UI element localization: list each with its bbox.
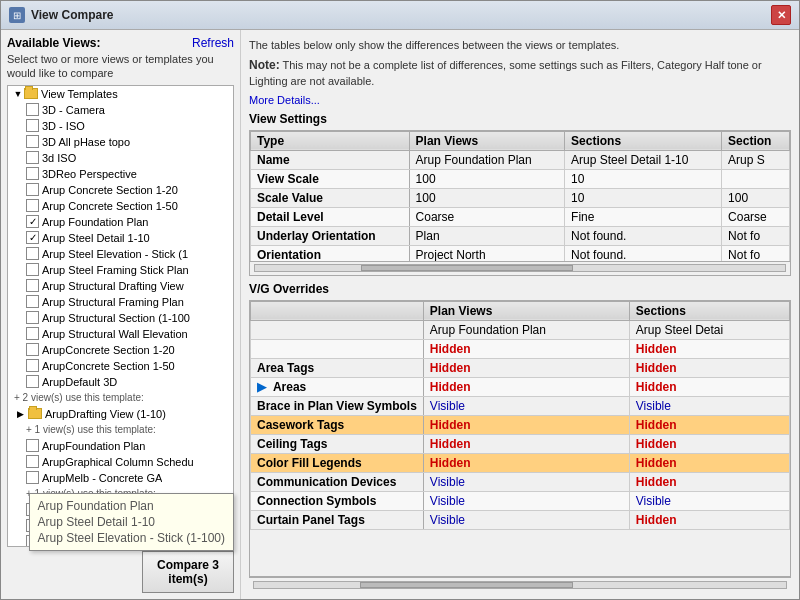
- checkbox[interactable]: [26, 151, 39, 164]
- row-label: Scale Value: [251, 188, 410, 207]
- vg-horizontal-scrollbar[interactable]: [249, 577, 791, 591]
- list-item[interactable]: Arup Structural Section (1-100: [8, 310, 233, 326]
- refresh-button[interactable]: Refresh: [192, 36, 234, 50]
- list-item[interactable]: Arup Structural Wall Elevation: [8, 326, 233, 342]
- list-item[interactable]: 3D All pHase topo: [8, 134, 233, 150]
- checkbox[interactable]: [26, 311, 39, 324]
- col-header-type: Type: [251, 131, 410, 150]
- list-item[interactable]: Arup Steel Elevation - Stick (1: [8, 246, 233, 262]
- cell-value: Visible: [423, 510, 629, 529]
- left-subtitle: Select two or more views or templates yo…: [7, 52, 234, 81]
- table-row: Area Tags Hidden Hidden: [251, 358, 790, 377]
- list-item[interactable]: ArupDefault 3D: [8, 374, 233, 390]
- cell-value: Hidden: [423, 377, 629, 396]
- checkbox[interactable]: [26, 295, 39, 308]
- left-panel: Available Views: Refresh Select two or m…: [1, 30, 241, 599]
- list-item[interactable]: ArupConcrete Section 1-50: [8, 358, 233, 374]
- cell-value: Hidden: [629, 415, 789, 434]
- table-row: ▶ Areas Hidden Hidden: [251, 377, 790, 396]
- list-item[interactable]: Arup Structural Framing Plan: [8, 294, 233, 310]
- cell-value: Hidden: [629, 339, 789, 358]
- horizontal-scrollbar[interactable]: [250, 261, 790, 275]
- vg-table-wrapper[interactable]: Plan Views Sections Arup Foundation Plan…: [249, 300, 791, 577]
- row-label: [251, 320, 424, 339]
- list-item[interactable]: Arup Structural Drafting View: [8, 278, 233, 294]
- cell-value: Visible: [423, 491, 629, 510]
- compare-tooltip: Arup Foundation Plan Arup Steel Detail 1…: [29, 493, 234, 551]
- list-item[interactable]: ArupConcrete Section 1-20: [8, 342, 233, 358]
- list-item[interactable]: 3D - Camera: [8, 102, 233, 118]
- checkbox[interactable]: [26, 199, 39, 212]
- cell-value: Not found.: [565, 226, 722, 245]
- list-item[interactable]: Arup Steel Framing Stick Plan: [8, 262, 233, 278]
- list-item[interactable]: Arup Foundation Plan: [8, 214, 233, 230]
- checkbox[interactable]: [26, 279, 39, 292]
- view-settings-table-wrapper: Type Plan Views Sections Section Name Ar…: [249, 130, 791, 276]
- checkbox[interactable]: [26, 455, 39, 468]
- cell-value: Not found.: [565, 245, 722, 261]
- cell-value: Hidden: [423, 415, 629, 434]
- checkbox[interactable]: [26, 135, 39, 148]
- table-row: Curtain Panel Tags Visible Hidden: [251, 510, 790, 529]
- checkbox[interactable]: [26, 439, 39, 452]
- table-row: Brace in Plan View Symbols Visible Visib…: [251, 396, 790, 415]
- row-label: Ceiling Tags: [251, 434, 424, 453]
- table-row: View Scale 100 10: [251, 169, 790, 188]
- table-row: Communication Devices Visible Hidden: [251, 472, 790, 491]
- list-item[interactable]: Arup Concrete Section 1-20: [8, 182, 233, 198]
- cell-value: Visible: [423, 472, 629, 491]
- list-item[interactable]: Arup Steel Detail 1-10: [8, 230, 233, 246]
- cell-value: Arup Foundation Plan: [409, 150, 564, 169]
- cell-value: Visible: [423, 396, 629, 415]
- window-icon: ⊞: [9, 7, 25, 23]
- folder-icon: [28, 408, 42, 419]
- list-item: + 2 view(s) use this template:: [8, 390, 233, 406]
- checkbox[interactable]: [26, 359, 39, 372]
- expand-icon[interactable]: ▼: [12, 89, 24, 99]
- checkbox[interactable]: [26, 263, 39, 276]
- list-item[interactable]: ArupGraphical Column Schedu: [8, 454, 233, 470]
- checkbox[interactable]: [26, 247, 39, 260]
- checkbox[interactable]: [26, 183, 39, 196]
- cell-value: Coarse: [409, 207, 564, 226]
- checkbox[interactable]: [26, 375, 39, 388]
- table-row: Scale Value 100 10 100: [251, 188, 790, 207]
- list-item[interactable]: Arup Concrete Section 1-50: [8, 198, 233, 214]
- expand-icon[interactable]: ▶: [14, 409, 26, 419]
- checkbox[interactable]: [26, 167, 39, 180]
- tooltip-item: Arup Steel Elevation - Stick (1-100): [38, 530, 225, 546]
- checkbox[interactable]: [26, 103, 39, 116]
- row-label: Curtain Panel Tags: [251, 510, 424, 529]
- row-label: Orientation: [251, 245, 410, 261]
- checkbox[interactable]: [26, 119, 39, 132]
- list-item[interactable]: ArupFoundation Plan: [8, 438, 233, 454]
- list-item[interactable]: 3DReo Perspective: [8, 166, 233, 182]
- cell-value: Plan: [409, 226, 564, 245]
- tree-root[interactable]: ▼ View Templates: [8, 86, 233, 102]
- vg-col-header-type: [251, 301, 424, 320]
- list-item[interactable]: ArupMelb - Concrete GA: [8, 470, 233, 486]
- main-content: Available Views: Refresh Select two or m…: [1, 30, 799, 599]
- checkbox[interactable]: [26, 327, 39, 340]
- cell-value: Arup Foundation Plan: [423, 320, 629, 339]
- close-button[interactable]: ✕: [771, 5, 791, 25]
- available-views-title: Available Views:: [7, 36, 100, 50]
- cell-value: Project North: [409, 245, 564, 261]
- vg-table: Plan Views Sections Arup Foundation Plan…: [250, 301, 790, 530]
- list-item[interactable]: 3D - ISO: [8, 118, 233, 134]
- cell-value: Visible: [629, 396, 789, 415]
- checkbox-checked[interactable]: [26, 231, 39, 244]
- table-row: Orientation Project North Not found. Not…: [251, 245, 790, 261]
- compare-button[interactable]: Compare 3 item(s): [142, 551, 234, 593]
- col-header-plan: Plan Views: [409, 131, 564, 150]
- tree-container[interactable]: ▼ View Templates 3D - Camera 3D - ISO 3D…: [7, 85, 234, 547]
- checkbox-checked[interactable]: [26, 215, 39, 228]
- checkbox[interactable]: [26, 471, 39, 484]
- list-item[interactable]: ▶ArupDrafting View (1-10): [8, 406, 233, 422]
- more-details-link[interactable]: More Details...: [249, 94, 791, 106]
- cell-value: Not fo: [722, 226, 790, 245]
- list-item[interactable]: 3d ISO: [8, 150, 233, 166]
- checkbox[interactable]: [26, 343, 39, 356]
- compare-button-line2: item(s): [168, 572, 207, 586]
- tooltip-item: Arup Steel Detail 1-10: [38, 514, 225, 530]
